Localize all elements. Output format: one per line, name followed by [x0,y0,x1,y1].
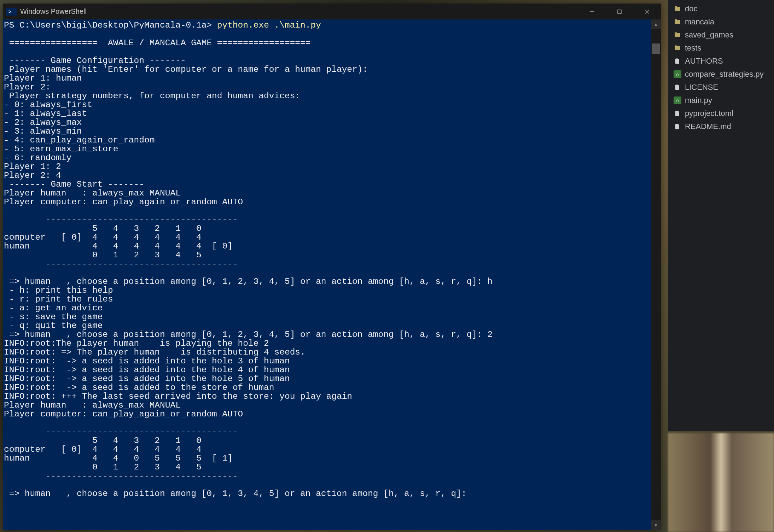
folder-icon [674,18,681,26]
terminal-line: Player strategy numbers, for computer an… [4,92,650,100]
minimize-icon [589,9,595,14]
file-label: saved_games [685,30,733,40]
terminal-line: INFO:root: -> a seed is added into the h… [4,357,650,366]
folder-icon [674,44,681,52]
command-text: python.exe .\main.py [217,21,321,30]
terminal-line: - 4: can_play_again_or_random [4,136,650,145]
terminal-line: => human , choose a position among [0, 1… [4,489,650,498]
file-label: doc [685,4,697,13]
terminal-line: ------------------------------------- [4,215,650,224]
python-file-icon: ⌂ [674,97,681,104]
terminal-line: INFO:root: -> a seed is added into the h… [4,366,650,374]
terminal-line: - q: quit the game [4,321,650,330]
terminal-line: - 3: always_min [4,127,650,136]
terminal-line: ------------------------------------- [4,259,650,268]
file-tree-panel: docmancalasaved_gamestestsAUTHORS⌂compar… [668,0,774,431]
powershell-icon: >_ [6,8,17,16]
terminal-line: INFO:root:The player human is playing th… [4,339,650,348]
terminal-line: Player 2: [4,83,650,92]
terminal-line: Player 2: 4 [4,171,650,180]
folder-item[interactable]: tests [668,41,774,54]
terminal-line: - r: print the rules [4,295,650,304]
close-icon [644,9,650,14]
file-label: main.py [685,96,712,105]
powershell-window: >_ Windows PowerShell PS C:\Users\bigi\D… [3,4,661,530]
terminal-line: => human , choose a position among [0, 1… [4,330,650,339]
terminal-output[interactable]: PS C:\Users\bigi\Desktop\PyMancala-0.1a>… [3,19,651,530]
terminal-line: ------------------------------------- [4,427,650,436]
file-icon [674,110,681,117]
terminal-line [4,419,650,427]
terminal-line: 5 4 3 2 1 0 [4,436,650,445]
scrollbar[interactable]: ▲ ▼ [651,19,661,530]
folder-item[interactable]: saved_games [668,28,774,41]
file-label: tests [685,43,701,53]
terminal-line: Player names (hit 'Enter' for computer o… [4,65,650,74]
terminal-line: Player 1: human [4,74,650,83]
svg-rect-1 [618,10,621,13]
terminal-line [4,480,650,489]
folder-item[interactable]: mancala [668,15,774,28]
file-label: README.md [685,122,731,131]
file-item[interactable]: AUTHORS [668,54,774,68]
terminal-line: Player computer: can_play_again_or_rando… [4,198,650,206]
terminal-line [4,47,650,56]
terminal-line: ------- Game Start ------- [4,180,650,189]
file-item[interactable]: LICENSE [668,81,774,94]
terminal-line: - 0: always_first [4,100,650,109]
terminal-line: INFO:root: -> a seed is added to the sto… [4,383,650,392]
terminal-line: - s: save the game [4,312,650,321]
terminal-line: INFO:root: => The player human is distri… [4,348,650,357]
prompt-line: PS C:\Users\bigi\Desktop\PyMancala-0.1a>… [4,21,650,30]
terminal-line: - a: get an advice [4,304,650,312]
terminal-line: 5 4 3 2 1 0 [4,224,650,233]
terminal-line [4,206,650,215]
file-label: LICENSE [685,83,718,92]
file-icon [674,123,681,130]
terminal-line: INFO:root: +++ The last seed arrived int… [4,392,650,401]
terminal-line: - 2: always_max [4,118,650,127]
file-label: pyproject.toml [685,109,733,118]
scroll-track[interactable] [651,29,661,520]
file-item[interactable]: ⌂compare_strategies.py [668,68,774,81]
scroll-thumb[interactable] [652,43,660,54]
terminal-line: - 1: always_last [4,109,650,118]
terminal-line: computer [ 0] 4 4 4 4 4 4 [4,233,650,242]
scroll-down-button[interactable]: ▼ [651,520,661,530]
terminal-line: human 4 4 0 5 5 5 [ 1] [4,454,650,463]
terminal-line: Player human : always_max MANUAL [4,401,650,410]
terminal-line [4,268,650,277]
file-icon [674,57,681,65]
window-title: Windows PowerShell [20,7,87,16]
file-item[interactable]: ⌂main.py [668,94,774,107]
python-file-icon: ⌂ [674,70,681,78]
close-button[interactable] [633,4,661,19]
folder-icon [674,31,681,39]
terminal-line: 0 1 2 3 4 5 [4,463,650,472]
terminal-line: - h: print this help [4,286,650,295]
desktop-background-blur [668,433,774,532]
terminal-line: => human , choose a position among [0, 1… [4,277,650,286]
folder-icon [674,5,681,13]
terminal-line: human 4 4 4 4 4 4 [ 0] [4,242,650,251]
scroll-up-button[interactable]: ▲ [651,19,661,29]
file-label: compare_strategies.py [685,70,764,79]
terminal-line: INFO:root: -> a seed is added into the h… [4,374,650,383]
terminal-line: - 6: randomly [4,153,650,162]
terminal-line: Player human : always_max MANUAL [4,189,650,198]
file-item[interactable]: pyproject.toml [668,107,774,120]
folder-item[interactable]: doc [668,2,774,15]
file-item[interactable]: README.md [668,120,774,133]
maximize-icon [617,9,622,14]
minimize-button[interactable] [578,4,606,19]
terminal-line: - 5: earn_max_in_store [4,145,650,153]
terminal-line: ------- Game Configuration ------- [4,56,650,65]
terminal-line [4,498,650,507]
terminal-line: 0 1 2 3 4 5 [4,251,650,259]
terminal-line: Player 1: 2 [4,162,650,171]
maximize-button[interactable] [606,4,633,19]
titlebar[interactable]: >_ Windows PowerShell [3,4,661,19]
terminal-line: ================= AWALE / MANCALA GAME =… [4,39,650,47]
file-label: AUTHORS [685,57,723,66]
file-icon [674,83,681,91]
